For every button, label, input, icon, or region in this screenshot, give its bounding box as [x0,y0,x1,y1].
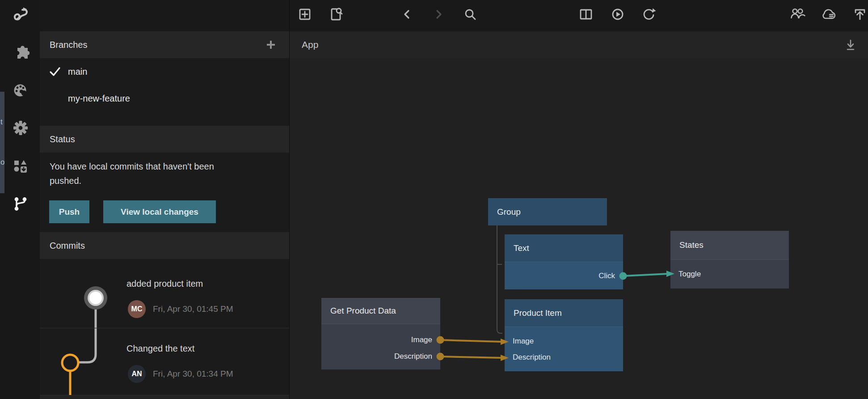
commit-date: Fri, Apr 30, 01:34 PM [153,369,233,379]
port-image[interactable]: Image [513,337,534,346]
port-description[interactable]: Description [394,352,432,361]
node-header: Product Item [505,299,623,327]
node-text[interactable]: TextClick [505,234,623,289]
node-header: Group [488,198,607,225]
commit-message[interactable]: Changed the text [126,344,194,354]
status-section-header: Status [40,126,289,153]
canvas-title: App [302,39,318,50]
port-image[interactable]: Image [411,335,432,344]
version-control-panel: Branches mainmy-new-feature Status You h… [40,0,289,399]
commit-list: added product itemMCFri, Apr 30, 01:45 P… [40,259,289,399]
node-title: Get Product Data [330,306,396,316]
split-view-icon[interactable] [577,5,595,23]
branches-section-header: Branches [40,31,289,58]
node-title: Text [514,243,529,253]
next-commit-row-partial [40,395,289,399]
panel-top-spacer [40,0,289,31]
node-title: Product Item [514,308,562,318]
commits-section-header: Commits [40,232,289,259]
download-icon[interactable] [844,38,857,51]
commit-date: Fri, Apr 30, 01:45 PM [153,304,233,314]
settings-gear-icon[interactable] [12,119,29,137]
navigate-back-icon[interactable] [398,5,416,23]
navigate-forward-icon[interactable] [430,5,447,23]
node-header: Get Product Data [321,298,440,324]
commits-title: Commits [50,241,85,251]
node-header: Text [505,234,623,262]
current-branch-check-icon [49,66,61,77]
node-product-item[interactable]: Product ItemImageDescription [505,299,623,371]
branch-name: main [68,67,87,77]
port-description[interactable]: Description [513,353,551,362]
styles-palette-icon[interactable] [12,82,29,100]
noodl-logo-icon[interactable] [12,6,29,24]
commit-marker-branch[interactable] [62,355,78,371]
node-get-product-data[interactable]: Get Product DataImageDescription [321,298,440,369]
port-toggle[interactable]: Toggle [678,270,701,279]
search-components-icon[interactable] [327,5,345,23]
branch-item-main[interactable]: main [40,58,289,85]
commit-message[interactable]: added product item [126,279,203,289]
node-body [505,327,623,371]
node-title: States [679,240,704,250]
components-icon[interactable] [12,45,29,63]
status-title: Status [50,134,75,144]
divider [40,328,289,328]
branch-name: my-new-feature [68,93,130,104]
view-local-changes-button[interactable]: View local changes [103,200,216,223]
marketplace-icon[interactable] [12,157,29,175]
refresh-icon[interactable] [640,5,657,23]
commit-meta: ANFri, Apr 30, 01:34 PM [128,365,233,383]
deploy-icon[interactable] [851,5,868,23]
node-states[interactable]: StatesToggle [670,231,789,289]
clipped-panel-fragment: t o [0,92,4,193]
activity-bar [0,0,40,399]
status-message: You have local commits that haven't been… [50,159,242,188]
noodl-editor-window: ? [0,0,868,399]
avatar: MC [128,300,146,318]
node-group[interactable]: Group [488,198,607,225]
search-icon[interactable] [461,5,479,23]
fragment-text: t [0,118,3,127]
branches-title: Branches [50,40,88,50]
version-control-icon[interactable] [12,195,29,213]
fragment-text: o [0,158,4,167]
branch-item-my-new-feature[interactable]: my-new-feature [40,85,289,112]
run-preview-icon[interactable] [609,5,627,23]
collaborators-icon[interactable] [789,5,807,23]
add-branch-icon[interactable] [264,38,278,51]
commit-meta: MCFri, Apr 30, 01:45 PM [128,300,233,318]
push-button[interactable]: Push [49,200,89,223]
cloud-services-icon[interactable] [820,5,838,23]
port-click[interactable]: Click [598,272,615,280]
node-header: States [670,231,789,259]
node-body [321,324,440,369]
node-title: Group [497,207,521,217]
avatar: AN [128,365,146,383]
add-node-icon[interactable] [296,5,314,23]
canvas-header: App [290,31,868,58]
